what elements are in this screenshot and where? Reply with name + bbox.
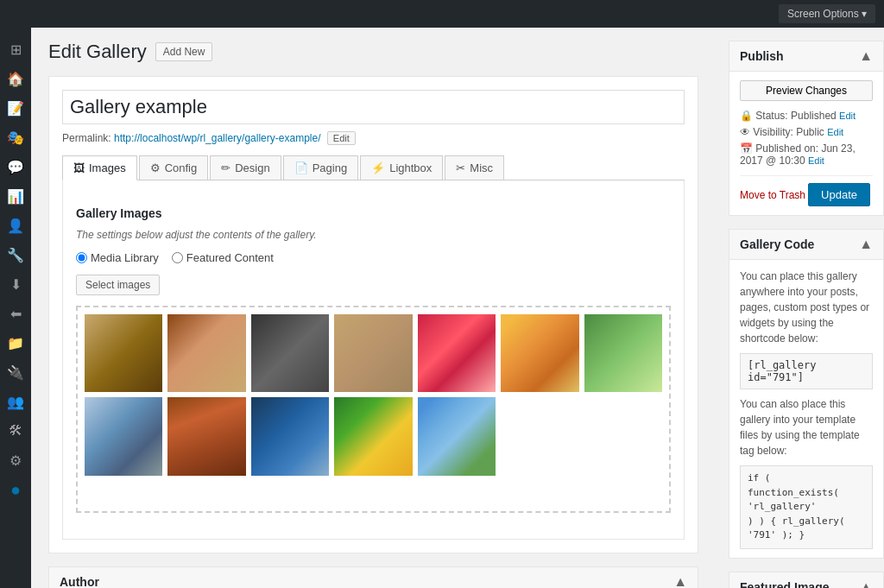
sidebar-icon-plugins[interactable]: 🔌 bbox=[0, 357, 31, 387]
sidebar-icon-settings[interactable]: 🛠 bbox=[0, 416, 31, 446]
gallery-image-8[interactable] bbox=[85, 397, 162, 475]
select-images-button[interactable]: Select images bbox=[76, 275, 160, 295]
published-label: Published on: bbox=[755, 142, 818, 155]
radio-media-library-input[interactable] bbox=[76, 252, 87, 263]
radio-featured-content-input[interactable] bbox=[172, 252, 183, 263]
status-label: Status: bbox=[755, 110, 787, 122]
sidebar-icon-posts[interactable]: 📝 bbox=[0, 93, 31, 123]
tab-lightbox[interactable]: ⚡ Lightbox bbox=[360, 155, 443, 180]
gallery-image-10[interactable] bbox=[251, 397, 329, 475]
preview-changes-button[interactable]: Preview Changes bbox=[740, 80, 873, 101]
images-icon: 🖼 bbox=[73, 161, 85, 174]
calendar-icon: 📅 bbox=[740, 142, 753, 155]
sidebar-icon-comments[interactable]: 💬 bbox=[0, 152, 31, 181]
gallery-code-description1: You can place this gallery anywhere into… bbox=[740, 269, 873, 346]
gallery-image-7[interactable] bbox=[584, 314, 662, 392]
author-meta-box: Author ▲ admin (admin) bbox=[48, 566, 698, 588]
sidebar-icon-updates[interactable]: ⬇ bbox=[0, 269, 31, 299]
gallery-image-9[interactable] bbox=[167, 397, 245, 475]
sidebar-icon-config[interactable]: ⚙ bbox=[0, 446, 31, 475]
screen-options-button[interactable]: Screen Options ▾ bbox=[779, 4, 875, 23]
sidebar-icon-files[interactable]: 📁 bbox=[0, 328, 31, 357]
add-new-button[interactable]: Add New bbox=[155, 42, 213, 61]
author-box-toggle[interactable]: ▲ bbox=[673, 574, 687, 588]
page-header: Edit Gallery Add New bbox=[48, 41, 698, 63]
tab-paging[interactable]: 📄 Paging bbox=[283, 155, 358, 180]
tab-misc[interactable]: ✂ Misc bbox=[445, 155, 504, 180]
radio-media-library[interactable]: Media Library bbox=[76, 251, 159, 264]
visibility-edit-link[interactable]: Edit bbox=[827, 127, 843, 137]
visibility-icon: 👁 bbox=[740, 126, 750, 138]
sidebar-icon-circle[interactable]: ● bbox=[0, 475, 31, 504]
author-meta-box-header[interactable]: Author ▲ bbox=[49, 567, 698, 588]
publish-toggle-icon[interactable]: ▲ bbox=[859, 48, 873, 64]
gallery-image-11[interactable] bbox=[334, 397, 412, 475]
radio-featured-content-label: Featured Content bbox=[186, 251, 274, 264]
template-code-text: if ( function_exists( 'rl_gallery' ) ) {… bbox=[748, 471, 865, 543]
gallery-image-2[interactable] bbox=[167, 314, 245, 392]
sidebar-icon-dashboard[interactable]: ⊞ bbox=[0, 35, 31, 64]
lightbox-icon: ⚡ bbox=[371, 161, 385, 174]
post-edit-box: Permalink: http://localhost/wp/rl_galler… bbox=[48, 76, 698, 553]
gallery-image-4[interactable] bbox=[334, 314, 412, 392]
publish-box-content: Preview Changes 🔒 Status: Published Edit… bbox=[729, 72, 883, 215]
misc-icon: ✂ bbox=[456, 161, 465, 174]
tab-images[interactable]: 🖼 Images bbox=[62, 155, 137, 180]
gallery-code-toggle[interactable]: ▲ bbox=[859, 237, 873, 252]
image-grid bbox=[85, 314, 662, 476]
tab-misc-label: Misc bbox=[470, 161, 493, 174]
gallery-images-section: Gallery Images The settings below adjust… bbox=[76, 193, 671, 526]
admin-sidebar: ⊞ 🏠 📝 🎭 💬 📊 👤 🔧 ⬇ ⬅ 📁 🔌 👥 🛠 ⚙ ● bbox=[0, 28, 31, 588]
permalink-edit-button[interactable]: Edit bbox=[327, 131, 356, 145]
sidebar-icon-teams[interactable]: 👥 bbox=[0, 387, 31, 416]
update-button[interactable]: Update bbox=[808, 183, 870, 206]
radio-featured-content[interactable]: Featured Content bbox=[172, 251, 274, 264]
gallery-description: The settings below adjust the contents o… bbox=[76, 229, 671, 241]
author-box-title: Author bbox=[60, 575, 99, 588]
featured-image-meta-box: Featured Image ▲ Select gallery featured… bbox=[729, 572, 884, 589]
tab-config-label: Config bbox=[165, 161, 198, 174]
sidebar-icon-tools[interactable]: 🔧 bbox=[0, 240, 31, 269]
paging-icon: 📄 bbox=[294, 161, 308, 174]
status-edit-link[interactable]: Edit bbox=[839, 111, 856, 121]
gallery-code-title: Gallery Code bbox=[740, 237, 814, 251]
sidebar-icon-users[interactable]: 👤 bbox=[0, 211, 31, 240]
gallery-image-3[interactable] bbox=[251, 314, 329, 392]
gallery-image-5[interactable] bbox=[418, 314, 496, 392]
right-sidebar: Publish ▲ Preview Changes 🔒 Status: Publ… bbox=[716, 28, 884, 588]
featured-image-toggle[interactable]: ▲ bbox=[859, 579, 873, 589]
tab-config[interactable]: ⚙ Config bbox=[139, 155, 209, 180]
main-content-area: Edit Gallery Add New Permalink: http://l… bbox=[31, 28, 716, 588]
tab-images-label: Images bbox=[89, 161, 126, 174]
move-to-trash-link[interactable]: Move to Trash bbox=[740, 189, 805, 201]
gallery-image-1[interactable] bbox=[85, 314, 162, 392]
tab-paging-label: Paging bbox=[313, 161, 347, 174]
gallery-image-6[interactable] bbox=[501, 314, 578, 392]
permalink-link[interactable]: http://localhost/wp/rl_gallery/gallery-e… bbox=[114, 132, 320, 144]
permalink-label: Permalink: bbox=[62, 132, 111, 144]
sidebar-icon-media[interactable]: 🎭 bbox=[0, 123, 31, 152]
tab-lightbox-label: Lightbox bbox=[389, 161, 432, 174]
permalink-row: Permalink: http://localhost/wp/rl_galler… bbox=[62, 131, 685, 145]
visibility-label: Visibility: bbox=[753, 126, 792, 138]
featured-image-header[interactable]: Featured Image ▲ bbox=[729, 572, 883, 589]
post-title-input[interactable] bbox=[62, 90, 685, 124]
featured-image-title: Featured Image bbox=[740, 580, 829, 589]
design-icon: ✏ bbox=[221, 161, 230, 174]
publish-box-title: Publish bbox=[740, 49, 784, 63]
sidebar-icon-gallery[interactable]: 📊 bbox=[0, 181, 31, 211]
source-radio-group: Media Library Featured Content bbox=[76, 251, 671, 264]
gallery-image-12[interactable] bbox=[418, 397, 496, 475]
sidebar-icon-home[interactable]: 🏠 bbox=[0, 64, 31, 93]
image-grid-container bbox=[76, 306, 671, 513]
publish-footer: Move to Trash Update bbox=[740, 175, 873, 206]
shortcode-display[interactable]: [rl_gallery id="791"] bbox=[740, 353, 873, 389]
publish-meta-box-header[interactable]: Publish ▲ bbox=[729, 41, 883, 72]
gallery-code-meta-box: Gallery Code ▲ You can place this galler… bbox=[729, 229, 884, 559]
sidebar-icon-back[interactable]: ⬅ bbox=[0, 299, 31, 328]
tab-design[interactable]: ✏ Design bbox=[210, 155, 281, 180]
gallery-code-header[interactable]: Gallery Code ▲ bbox=[729, 230, 883, 260]
gallery-code-content: You can place this gallery anywhere into… bbox=[729, 260, 883, 558]
template-code-display: if ( function_exists( 'rl_gallery' ) ) {… bbox=[740, 465, 873, 549]
published-edit-link[interactable]: Edit bbox=[808, 155, 824, 166]
